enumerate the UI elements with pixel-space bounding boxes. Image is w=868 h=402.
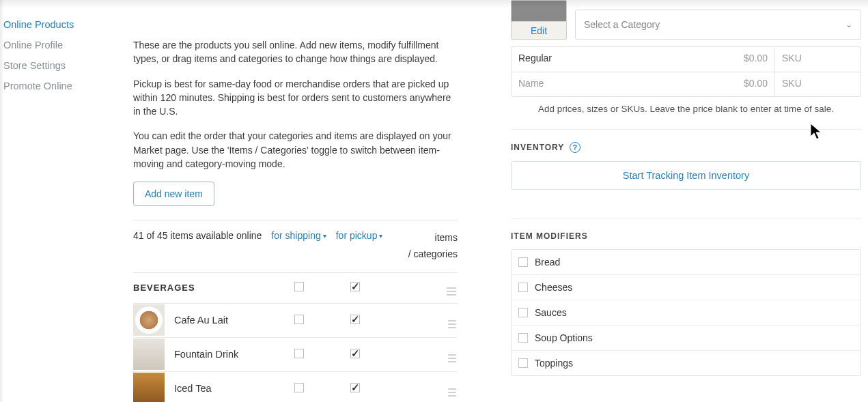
add-new-item-button[interactable]: Add new item [133,182,214,206]
drag-handle-icon[interactable] [448,388,456,397]
drag-handle-icon[interactable] [447,287,456,296]
item-thumbnail [133,339,165,370]
divider [511,129,861,130]
sidebar: Online Products Online Profile Store Set… [0,0,116,402]
main-panel: These are the products you sell online. … [116,0,478,402]
category-select[interactable]: Select a Category ⌄ [575,10,861,40]
variant-name-input[interactable]: Regular [512,47,725,72]
modifier-name: Sauces [535,307,567,318]
category-header: BEVERAGES [133,272,458,304]
view-toggle[interactable]: items / categories [408,230,458,263]
filter-pickup-dropdown[interactable]: for pickup ▾ [336,230,383,241]
modifier-row[interactable]: Bread [512,250,860,274]
chevron-down-icon: ▾ [323,232,326,240]
category-pickup-checkbox[interactable] [350,282,360,291]
modifiers-label-text: ITEM MODIFIERS [511,231,588,241]
modifier-checkbox[interactable] [518,283,528,292]
category-select-placeholder: Select a Category [584,19,660,30]
chevron-down-icon: ▾ [379,232,382,240]
modifier-checkbox[interactable] [518,257,528,267]
item-name: Fountain Drink [174,349,294,360]
item-row[interactable]: Cafe Au Lait [133,304,458,338]
item-name: Iced Tea [174,383,294,394]
modifier-checkbox[interactable] [518,308,528,317]
modifier-list: Bread Cheeses Sauces Soup Options Toppin… [511,249,861,376]
inventory-section-label: INVENTORY ? [511,142,861,153]
item-shipping-checkbox[interactable] [294,383,304,392]
intro-text-2: Pickup is best for same-day food or merc… [133,77,458,119]
filter-pickup-label: for pickup [336,230,378,241]
item-thumbnail [133,373,165,402]
sidebar-item-online-profile[interactable]: Online Profile [3,40,116,51]
variant-price-input[interactable]: $0.00 [725,72,774,96]
modifier-checkbox[interactable] [518,358,528,368]
sidebar-item-online-products[interactable]: Online Products [3,19,116,30]
item-shipping-checkbox[interactable] [294,349,304,358]
category-shipping-checkbox[interactable] [294,282,304,291]
modifier-row[interactable]: Soup Options [512,325,860,350]
drag-handle-icon[interactable] [448,320,456,328]
modifier-name: Soup Options [535,332,593,343]
inventory-label-text: INVENTORY [511,143,564,152]
drag-handle-icon[interactable] [448,354,456,362]
divider [511,218,861,219]
variant-name-input[interactable]: Name [512,72,725,96]
filter-shipping-dropdown[interactable]: for shipping ▾ [271,230,326,241]
edit-image-button[interactable]: Edit [512,21,566,39]
variant-price-input[interactable]: $0.00 [725,47,774,72]
item-pickup-checkbox[interactable] [350,315,360,324]
variant-sku-input[interactable]: SKU [774,72,860,96]
chevron-down-icon: ⌄ [845,20,852,29]
start-tracking-inventory-button[interactable]: Start Tracking Item Inventory [511,161,861,190]
toggle-categories-label: / categories [408,246,458,263]
variant-row[interactable]: Regular $0.00 SKU [512,47,860,72]
modifier-checkbox[interactable] [518,333,528,343]
item-image-box: Edit [511,0,567,40]
item-row[interactable]: Fountain Drink [133,338,458,372]
toggle-items-label: items [408,230,458,246]
modifier-name: Bread [535,257,560,268]
variant-help-text: Add prices, sizes or SKUs. Leave the pri… [511,104,861,114]
variant-sku-input[interactable]: SKU [774,47,860,72]
item-row[interactable]: Iced Tea [133,372,458,402]
modifier-name: Toppings [535,358,573,369]
filter-row: 41 of 45 items available online for ship… [133,220,458,263]
help-icon[interactable]: ? [570,142,580,153]
modifier-name: Cheeses [535,282,572,293]
items-count: 41 of 45 items available online [133,230,262,241]
modifier-row[interactable]: Cheeses [512,274,860,300]
modifier-row[interactable]: Sauces [512,300,860,325]
item-pickup-checkbox[interactable] [350,349,360,358]
item-thumbnail [133,304,165,336]
category-name: BEVERAGES [133,283,294,293]
detail-panel: Edit Select a Category ⌄ Regular $0.00 S… [478,0,868,402]
sidebar-item-promote-online[interactable]: Promote Online [3,81,116,91]
item-name: Cafe Au Lait [174,315,294,326]
item-image-placeholder [512,1,566,21]
modifiers-section-label: ITEM MODIFIERS [511,231,861,241]
item-shipping-checkbox[interactable] [294,315,304,324]
modifier-row[interactable]: Toppings [512,350,860,375]
sidebar-item-store-settings[interactable]: Store Settings [3,60,116,71]
intro-text-3: You can edit the order that your categor… [133,129,458,171]
filter-shipping-label: for shipping [271,230,320,241]
item-pickup-checkbox[interactable] [350,383,360,392]
intro-text-1: These are the products you sell online. … [133,38,458,66]
variant-table: Regular $0.00 SKU Name $0.00 SKU [511,46,861,97]
variant-row[interactable]: Name $0.00 SKU [512,72,860,96]
